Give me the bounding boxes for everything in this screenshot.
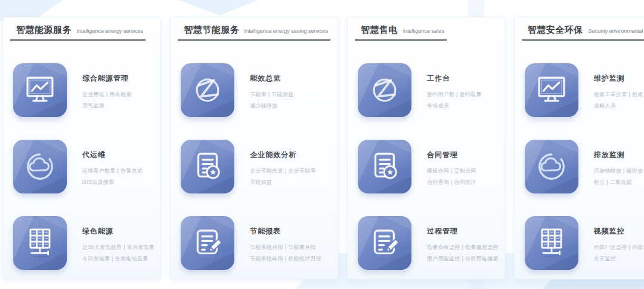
card-title: 合同管理 [427, 150, 476, 160]
card-contract-management[interactable]: 合同管理 模板合同 | 定制合同 合同查询 | 合同统计 [354, 140, 499, 193]
card-subtext-line: GIS以及搜索 [82, 177, 143, 188]
panel-energy-services: 智慧能源服务 Intelligence energy services 综合能源… [2, 17, 161, 279]
card-agent-ops[interactable]: 代运维 运维客户数量 | 告警总览 GIS以及搜索 [9, 140, 154, 193]
card-text: 综合能源管理 企业用电 | 用水检测 用气监测 [82, 63, 132, 112]
card-title: 企业能效分析 [250, 150, 316, 160]
card-text: 过程管理 电量负荷监控 | 电量偏差监控 用户用能监控 | 分析用电偏差 [427, 216, 499, 265]
card-subtext-line: 节能系统年报 | 耗能统计月报 [250, 253, 321, 265]
card-subtext-line: 电量负荷监控 | 电量偏差监控 [427, 242, 499, 253]
card-subtext-line: 模板合同 | 定制合同 [427, 165, 476, 177]
card-subtext-line: 节能率 | 节能效益 [250, 89, 293, 100]
monitor-chart-icon [525, 63, 578, 117]
card-title: 工作台 [427, 73, 482, 84]
z-logo-icon [181, 63, 234, 117]
panel-header-text: 智慧能源服务 Intelligence energy services [10, 24, 145, 41]
card-text: 能效总览 节能率 | 节能效益 减少碳排放 [250, 63, 293, 112]
card-title: 节能报表 [250, 226, 321, 236]
document-star-icon [358, 140, 411, 193]
card-subtext-line: 减少碳排放 [250, 100, 293, 112]
card-title: 综合能源管理 [82, 73, 132, 84]
document-star-icon [181, 140, 234, 193]
card-subtext-line: 市场成员 [427, 100, 482, 112]
card-subtext-line: 用气监测 [82, 100, 132, 112]
card-subtext-line: 火灾监控 [594, 253, 644, 265]
card-emission-monitoring[interactable]: 排放监测 污染物排放 | 碳排放 粉尘 | 二氧化硫 [521, 140, 644, 193]
card-green-energy[interactable]: 绿色能源 近30天发电趋势 | 本月发电量 今日发电量 | 各发电站总量 [9, 216, 154, 270]
solar-panel-icon [525, 216, 578, 270]
card-subtext-line: 节能系统月报 | 节能量月报 [250, 242, 321, 253]
card-subtext-line: 近30天发电趋势 | 本月发电量 [82, 242, 154, 253]
card-text: 维护监测 抢修工单分类 | 抢修人员 巡检人员 [594, 63, 644, 112]
card-subtext-line: 抢修工单分类 | 抢修人员 [594, 89, 644, 100]
card-saving-reports[interactable]: 节能报表 节能系统月报 | 节能量月报 节能系统年报 | 耗能统计月报 [177, 216, 332, 270]
card-subtext-line: 合同查询 | 合同统计 [427, 177, 476, 188]
card-process-management[interactable]: 过程管理 电量负荷监控 | 电量偏差监控 用户用能监控 | 分析用电偏差 [354, 216, 499, 270]
document-pencil-icon [181, 216, 234, 270]
card-title: 过程管理 [427, 226, 499, 236]
card-subtext-line: 巡检人员 [594, 100, 644, 112]
card-title: 代运维 [82, 150, 143, 160]
panel-header: 智慧能源服务 Intelligence energy services [9, 24, 154, 41]
card-integrated-energy[interactable]: 综合能源管理 企业用电 | 用水检测 用气监测 [9, 63, 154, 117]
panel-header: 智慧安全环保 Security environmental protection [521, 24, 644, 41]
card-subtext-line: 粉尘 | 二氧化硫 [594, 177, 643, 188]
card-text: 节能报表 节能系统月报 | 节能量月报 节能系统年报 | 耗能统计月报 [250, 216, 321, 265]
panel-energy-saving: 智慧节能服务 Intelligence energy saving servic… [170, 17, 338, 279]
card-subtext-line: 用户用能监控 | 分析用电偏差 [427, 253, 499, 265]
panel-subtitle: Intelligence sales [402, 27, 444, 34]
cloud-circle-icon [13, 140, 67, 193]
panel-title: 智慧售电 [361, 24, 398, 35]
solar-panel-icon [13, 216, 67, 270]
card-subtext-line: 今日发电量 | 各发电站总量 [82, 253, 154, 265]
background-shape [179, 0, 258, 16]
card-maintenance-monitoring[interactable]: 维护监测 抢修工单分类 | 抢修人员 巡检人员 [521, 63, 644, 117]
card-title: 排放监测 [594, 150, 643, 160]
panel-title: 智慧安全环保 [528, 24, 583, 35]
panel-subtitle: Intelligence energy saving services [244, 27, 328, 34]
z-logo-icon [358, 63, 411, 117]
panel-header-text: 智慧安全环保 Security environmental protection [522, 24, 644, 41]
panel-subtitle: Security environmental protection [588, 27, 644, 34]
card-text: 工作台 签约用户数 | 签约电量 市场成员 [427, 63, 482, 112]
cloud-circle-icon [525, 140, 578, 193]
panel-header-text: 智慧售电 Intelligence sales [355, 24, 447, 41]
panel-title: 智慧能源服务 [16, 24, 72, 35]
card-workbench[interactable]: 工作台 签约用户数 | 签约电量 市场成员 [354, 63, 499, 117]
card-subtext-line: 签约用户数 | 签约电量 [427, 89, 482, 100]
services-overview-page: 智慧能源服务 Intelligence energy services 综合能源… [0, 0, 644, 289]
panel-title: 智慧节能服务 [184, 24, 239, 35]
service-columns: 智慧能源服务 Intelligence energy services 综合能源… [0, 17, 644, 279]
document-pencil-icon [358, 216, 411, 270]
monitor-chart-icon [13, 63, 67, 117]
card-text: 排放监测 污染物排放 | 碳排放 粉尘 | 二氧化硫 [594, 140, 643, 188]
panel-header-text: 智慧节能服务 Intelligence energy saving servic… [178, 24, 330, 41]
card-text: 绿色能源 近30天发电趋势 | 本月发电量 今日发电量 | 各发电站总量 [82, 216, 154, 265]
card-text: 企业能效分析 企业节能总览 | 企业节能率 节能效益 [250, 140, 316, 188]
card-subtext-line: 外部厂区监控 | 内部监控 [594, 242, 644, 253]
card-efficiency-overview[interactable]: 能效总览 节能率 | 节能效益 减少碳排放 [177, 63, 332, 117]
card-subtext-line: 运维客户数量 | 告警总览 [82, 165, 143, 177]
panel-safety-environment: 智慧安全环保 Security environmental protection… [514, 17, 644, 279]
card-enterprise-analysis[interactable]: 企业能效分析 企业节能总览 | 企业节能率 节能效益 [177, 140, 332, 193]
panel-electricity-sales: 智慧售电 Intelligence sales 工作台 签约用户数 | 签约电量… [347, 17, 505, 279]
card-text: 代运维 运维客户数量 | 告警总览 GIS以及搜索 [82, 140, 143, 188]
card-subtext-line: 企业节能总览 | 企业节能率 [250, 165, 316, 177]
card-text: 视频监控 外部厂区监控 | 内部监控 火灾监控 [594, 216, 644, 265]
panel-header: 智慧售电 Intelligence sales [354, 24, 499, 41]
panel-subtitle: Intelligence energy services [76, 27, 143, 34]
card-subtext-line: 污染物排放 | 碳排放 [594, 165, 643, 177]
card-title: 视频监控 [594, 226, 644, 236]
card-subtext-line: 节能效益 [250, 177, 316, 188]
card-title: 维护监测 [594, 73, 644, 84]
card-title: 绿色能源 [82, 226, 154, 236]
panel-header: 智慧节能服务 Intelligence energy saving servic… [177, 24, 332, 41]
card-subtext-line: 企业用电 | 用水检测 [82, 89, 132, 100]
card-title: 能效总览 [250, 73, 293, 84]
card-text: 合同管理 模板合同 | 定制合同 合同查询 | 合同统计 [427, 140, 476, 188]
card-video-surveillance[interactable]: 视频监控 外部厂区监控 | 内部监控 火灾监控 [521, 216, 644, 270]
